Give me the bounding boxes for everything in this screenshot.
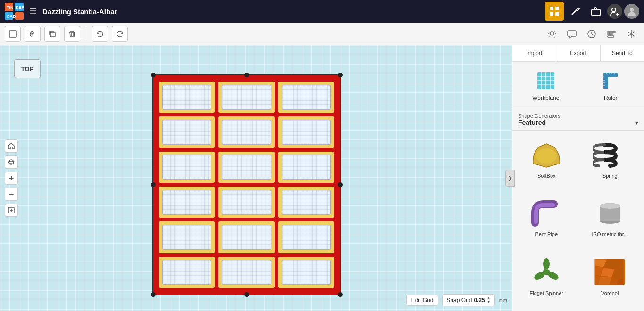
cell-inner-10 bbox=[162, 190, 211, 215]
import-button[interactable]: Import bbox=[512, 45, 556, 61]
cell-inner-7 bbox=[162, 155, 211, 180]
handle-ml[interactable] bbox=[151, 182, 156, 187]
voronoi-label: Voronoi bbox=[601, 290, 619, 296]
cell-inner-4 bbox=[162, 120, 211, 145]
nav-craft-button[interactable] bbox=[566, 2, 585, 21]
shape-softbox[interactable]: SoftBox bbox=[517, 135, 576, 189]
view-label: TOP bbox=[14, 59, 41, 78]
object-body[interactable] bbox=[152, 74, 341, 295]
handle-tm[interactable] bbox=[244, 73, 249, 77]
cell-inner-6 bbox=[282, 120, 331, 145]
cell-8 bbox=[218, 152, 275, 183]
chat-icon[interactable] bbox=[564, 26, 580, 42]
redo-button[interactable] bbox=[112, 26, 128, 42]
project-title: Dazzling Stantia-Albar bbox=[42, 8, 117, 16]
shape-gen-category-row: Featured ▾ bbox=[518, 119, 638, 126]
cell-2 bbox=[218, 82, 275, 113]
ruler-label: Ruler bbox=[604, 95, 618, 101]
svg-rect-18 bbox=[608, 31, 615, 33]
copy-link-button[interactable] bbox=[25, 26, 41, 42]
fit-view-button[interactable] bbox=[5, 204, 18, 217]
panel-header: Import Export Send To bbox=[512, 45, 644, 62]
duplicate-button[interactable] bbox=[44, 26, 60, 42]
tinkercad-logo[interactable]: TIN KER CAD bbox=[5, 3, 24, 20]
shape-generators-header: Shape Generators Featured ▾ bbox=[512, 109, 644, 131]
shape-spring[interactable]: Spring bbox=[581, 135, 640, 189]
voronoi-thumbnail bbox=[591, 255, 629, 288]
cell-inner-18 bbox=[282, 260, 331, 285]
shape-fidget-spinner[interactable]: Fidget Spinner bbox=[517, 253, 576, 306]
shape-iso-metric[interactable]: ISO metric thr... bbox=[581, 194, 640, 247]
main-area: TOP + − bbox=[0, 45, 644, 311]
canvas-area[interactable]: TOP + − bbox=[0, 45, 512, 311]
ruler-button[interactable]: Ruler bbox=[582, 69, 640, 101]
cell-inner-17 bbox=[222, 260, 271, 285]
add-user-button[interactable] bbox=[607, 4, 622, 19]
nav-projects-button[interactable] bbox=[586, 2, 605, 21]
cell-inner-14 bbox=[222, 225, 271, 250]
workplane-icon bbox=[535, 69, 557, 92]
svg-rect-15 bbox=[50, 32, 55, 37]
top-navigation: TIN KER CAD ☰ Dazzling Stantia-Albar bbox=[0, 0, 644, 23]
cell-9 bbox=[278, 152, 335, 183]
cell-6 bbox=[278, 116, 335, 147]
edit-grid-button[interactable]: Edit Grid bbox=[406, 295, 439, 306]
svg-rect-10 bbox=[555, 12, 559, 16]
iso-metric-label: ISO metric thr... bbox=[592, 231, 628, 237]
zoom-in-button[interactable]: + bbox=[5, 172, 18, 185]
user-avatar[interactable] bbox=[624, 4, 639, 19]
shape-bent-pipe[interactable]: Bent Pipe bbox=[517, 194, 576, 247]
delete-button[interactable] bbox=[64, 26, 80, 42]
left-controls: + − bbox=[5, 139, 18, 217]
softbox-label: SoftBox bbox=[537, 173, 556, 179]
handle-tr[interactable] bbox=[338, 73, 343, 77]
bottom-controls: Edit Grid Snap Grid 0.25 ▲ ▼ mm bbox=[406, 294, 507, 306]
fidget-spinner-thumbnail bbox=[527, 255, 565, 288]
svg-rect-14 bbox=[9, 31, 16, 37]
toolbar-separator-1 bbox=[86, 27, 86, 41]
softbox-thumbnail bbox=[527, 138, 565, 171]
handle-bl[interactable] bbox=[151, 292, 156, 297]
cell-10 bbox=[159, 187, 215, 218]
cell-inner-11 bbox=[222, 190, 271, 215]
bent-pipe-thumbnail bbox=[527, 196, 565, 229]
nav-gallery-button[interactable] bbox=[545, 2, 564, 21]
align-icon[interactable] bbox=[603, 26, 619, 42]
orbit-button[interactable] bbox=[5, 156, 18, 169]
workplane-button[interactable]: Workplane bbox=[517, 69, 575, 101]
export-button[interactable]: Export bbox=[556, 45, 600, 61]
handle-br[interactable] bbox=[338, 292, 343, 297]
snap-grid-label: Snap Grid bbox=[446, 297, 472, 303]
spring-label: Spring bbox=[602, 173, 618, 179]
list-icon[interactable]: ☰ bbox=[29, 6, 37, 16]
handle-tl[interactable] bbox=[151, 73, 156, 77]
mirror-icon[interactable] bbox=[623, 26, 639, 42]
toolbar bbox=[0, 23, 644, 45]
handle-bm[interactable] bbox=[244, 292, 249, 297]
light-icon[interactable] bbox=[544, 26, 560, 42]
undo-button[interactable] bbox=[92, 26, 108, 42]
measure-icon[interactable] bbox=[584, 26, 600, 42]
cell-inner-2 bbox=[222, 85, 271, 110]
svg-point-21 bbox=[9, 160, 14, 164]
cell-15 bbox=[278, 221, 335, 253]
new-button[interactable] bbox=[5, 26, 21, 42]
svg-rect-20 bbox=[608, 36, 614, 37]
svg-point-49 bbox=[543, 258, 550, 270]
right-panel: Import Export Send To bbox=[512, 45, 644, 311]
shape-gen-dropdown-arrow[interactable]: ▾ bbox=[635, 119, 638, 126]
collapse-panel-button[interactable]: ❯ bbox=[505, 170, 515, 187]
home-view-button[interactable] bbox=[5, 139, 18, 153]
snap-arrows[interactable]: ▲ ▼ bbox=[487, 296, 491, 304]
canvas-object[interactable] bbox=[152, 74, 341, 295]
cell-4 bbox=[159, 116, 215, 147]
fidget-spinner-label: Fidget Spinner bbox=[529, 290, 563, 296]
nav-right-icons bbox=[545, 2, 639, 21]
handle-mr[interactable] bbox=[338, 182, 343, 187]
cell-inner-1 bbox=[162, 85, 211, 110]
svg-text:KER: KER bbox=[16, 5, 24, 10]
send-to-button[interactable]: Send To bbox=[601, 45, 644, 61]
svg-point-40 bbox=[536, 148, 557, 164]
zoom-out-button[interactable]: − bbox=[5, 188, 18, 201]
shape-voronoi[interactable]: Voronoi bbox=[581, 253, 640, 306]
